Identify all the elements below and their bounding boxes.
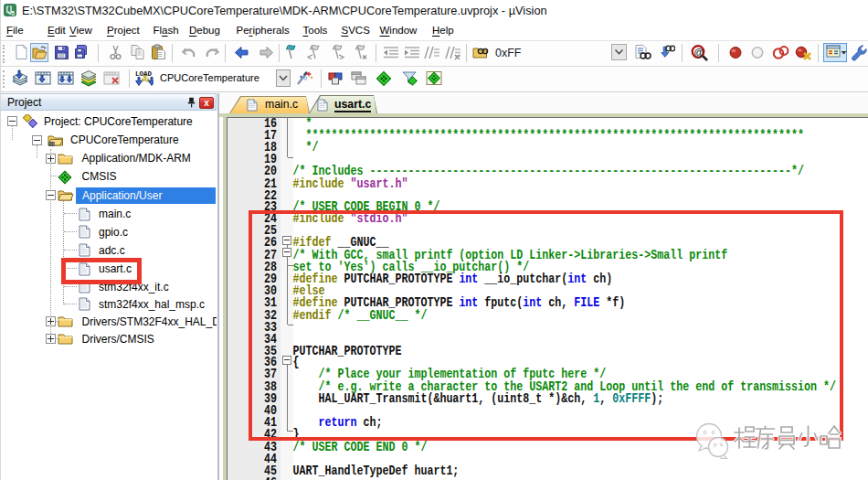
svg-text:5: 5 bbox=[11, 10, 15, 16]
